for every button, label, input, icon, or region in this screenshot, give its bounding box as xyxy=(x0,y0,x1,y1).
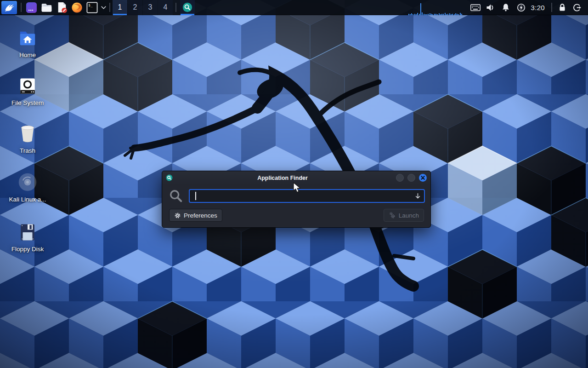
cpu-bar xyxy=(451,14,452,15)
cpu-bar xyxy=(414,14,415,15)
desktop: Home File System Trash xyxy=(0,0,588,368)
launcher-firefox[interactable] xyxy=(69,0,85,15)
volume-tray[interactable] xyxy=(483,0,498,15)
search-input[interactable] xyxy=(190,190,424,202)
cpu-bar xyxy=(430,13,430,15)
top-panel: $_ 1 2 3 4 xyxy=(0,0,588,15)
search-input-wrap xyxy=(189,189,425,203)
launcher-text-editor[interactable] xyxy=(54,0,69,15)
applications-menu-button[interactable] xyxy=(1,1,17,14)
cpu-bar xyxy=(461,14,462,15)
power-manager-tray[interactable] xyxy=(514,0,529,15)
desktop-icon-floppy-disk[interactable]: Floppy Disk xyxy=(2,221,53,253)
cpu-bar xyxy=(420,3,421,15)
workspace-button-1[interactable]: 1 xyxy=(113,0,127,15)
workspace-label: 2 xyxy=(133,3,137,12)
minimize-button[interactable] xyxy=(396,174,404,182)
launcher-file-manager[interactable] xyxy=(39,0,54,15)
cpu-bar xyxy=(416,14,417,15)
preferences-button[interactable]: Preferences xyxy=(169,209,222,222)
cpu-bar xyxy=(454,14,455,15)
cpu-bar xyxy=(445,13,446,15)
magnifier-app-icon xyxy=(182,2,193,13)
gear-icon xyxy=(174,212,181,219)
search-row xyxy=(162,184,430,206)
taskbar-application-finder[interactable] xyxy=(180,0,195,15)
desktop-icon-trash[interactable]: Trash xyxy=(2,122,53,154)
cpu-bar xyxy=(408,14,409,15)
panel-separator xyxy=(175,3,176,12)
desktop-icon-kali-installer[interactable]: Kali Linux a... xyxy=(2,171,53,203)
desktop-icon-label: Trash xyxy=(2,147,53,154)
desktop-icon-home[interactable]: Home xyxy=(2,27,53,58)
cpu-bar xyxy=(458,14,459,15)
cpu-bar xyxy=(413,14,413,15)
workspace-label: 4 xyxy=(164,3,168,12)
cpu-bar xyxy=(411,13,412,15)
keyboard-layout-tray[interactable] xyxy=(468,0,483,15)
cpu-bar xyxy=(439,13,440,15)
kali-disc-icon xyxy=(2,171,53,192)
button-row: Preferences Launch xyxy=(162,206,430,227)
launcher-terminal[interactable]: $_ xyxy=(85,0,100,15)
trash-icon xyxy=(2,122,53,144)
cpu-bar xyxy=(449,13,450,15)
cpu-bar xyxy=(440,14,441,15)
cpu-bar xyxy=(437,14,438,15)
workspace-button-2[interactable]: 2 xyxy=(128,0,142,15)
file-manager-icon xyxy=(40,2,53,13)
cpu-bar xyxy=(435,14,436,15)
preferences-label: Preferences xyxy=(184,212,217,219)
cpu-bar xyxy=(425,14,426,15)
cpu-bar xyxy=(419,14,420,15)
desktop-icon-label: Home xyxy=(2,52,53,58)
speaker-icon xyxy=(486,4,495,12)
workspace-button-3[interactable]: 3 xyxy=(143,0,158,15)
cpu-bar xyxy=(410,14,411,15)
cpu-bar xyxy=(417,13,418,15)
cpu-bar xyxy=(446,14,447,15)
panel-separator xyxy=(109,3,110,12)
cpu-bar xyxy=(424,14,424,15)
notifications-tray[interactable] xyxy=(498,0,514,15)
firefox-icon xyxy=(71,2,83,13)
power-bolt-icon xyxy=(517,3,526,12)
terminal-dropdown-chevron[interactable] xyxy=(100,0,107,15)
kali-logo-icon xyxy=(4,2,15,12)
cpu-bar xyxy=(428,14,429,15)
window-title: Application Finder xyxy=(173,175,392,181)
panel-separator xyxy=(21,3,22,12)
home-folder-icon xyxy=(2,27,53,48)
desktop-icon-label: Kali Linux a... xyxy=(2,196,53,203)
close-icon xyxy=(421,176,425,180)
maximize-button[interactable] xyxy=(407,174,415,182)
terminal-icon: $_ xyxy=(86,2,98,13)
logout-button[interactable] xyxy=(570,0,585,15)
cpu-bar xyxy=(460,13,461,15)
desktop-icon-file-system[interactable]: File System xyxy=(2,75,53,106)
launch-button[interactable]: Launch xyxy=(384,209,424,222)
workspace-button-4[interactable]: 4 xyxy=(158,0,173,15)
launcher-console-app[interactable] xyxy=(24,0,39,15)
cpu-bar xyxy=(452,14,453,15)
lock-screen-button[interactable] xyxy=(554,0,570,15)
panel-separator xyxy=(551,3,552,12)
keyboard-icon xyxy=(470,4,481,11)
panel-clock[interactable]: 3:20 xyxy=(531,4,545,12)
search-icon xyxy=(169,189,183,203)
cpu-bar xyxy=(432,14,433,15)
cpu-graph-monitor[interactable] xyxy=(408,0,463,15)
hard-drive-icon xyxy=(2,75,53,96)
logout-icon xyxy=(573,3,582,12)
application-finder-window: Application Finder xyxy=(162,171,431,228)
cpu-bar xyxy=(455,13,456,15)
cpu-bar xyxy=(434,14,435,15)
cpu-bar xyxy=(457,14,458,15)
close-button[interactable] xyxy=(419,174,427,182)
cpu-bar xyxy=(422,12,423,15)
window-titlebar[interactable]: Application Finder xyxy=(162,171,430,184)
text-caret xyxy=(195,192,196,200)
search-dropdown-button[interactable] xyxy=(414,193,421,200)
desktop-icon-label: File System xyxy=(2,99,53,106)
console-app-icon xyxy=(26,2,37,13)
